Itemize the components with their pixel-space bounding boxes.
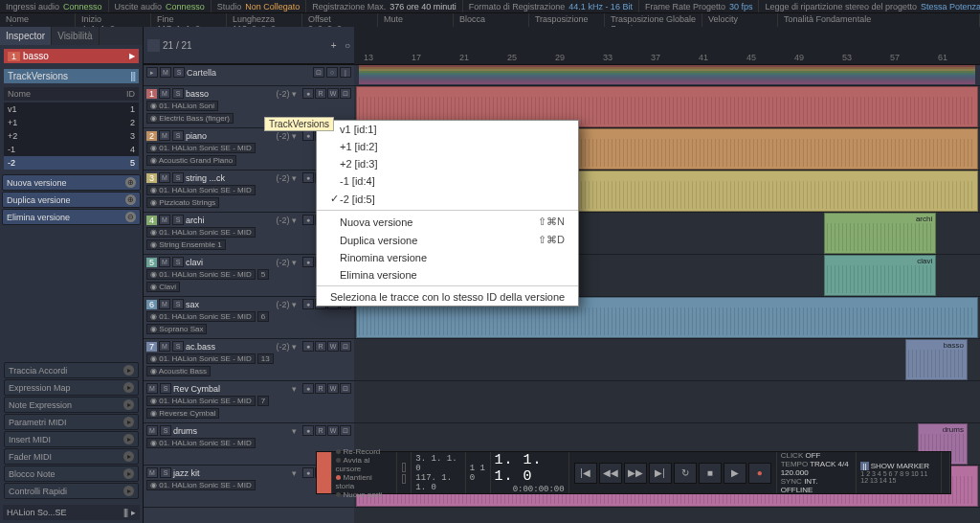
mute-button[interactable]: M — [146, 383, 158, 394]
lock-icon[interactable]: ⊡ — [340, 425, 351, 436]
version-row[interactable]: +12 — [4, 116, 139, 129]
version-row[interactable]: -25 — [4, 156, 139, 170]
tab-visibility[interactable]: Visibilità — [52, 27, 100, 45]
menu-item[interactable]: Elimina versione — [317, 266, 578, 284]
mute-button[interactable]: M — [159, 257, 170, 267]
record-mode-option[interactable]: Nuove parti — [336, 490, 392, 499]
record-enable[interactable]: ● — [302, 299, 314, 309]
inspector-section[interactable]: Parametri MIDI▸ — [4, 414, 139, 430]
record-mode-option[interactable]: Mantieni storia — [336, 473, 392, 490]
track-lane[interactable] — [354, 381, 980, 423]
menu-item-select-same-id[interactable]: Seleziona le tracce con lo stesso ID del… — [317, 288, 578, 306]
read-button[interactable]: R — [315, 383, 326, 394]
menu-item-version[interactable]: ✓-2 [id:5] — [317, 190, 578, 208]
time-ruler[interactable]: 13172125293337414549535761 — [354, 27, 980, 64]
instrument-slot[interactable]: HALion So...SE ||| ▸ — [3, 505, 140, 520]
write-button[interactable]: W — [327, 383, 339, 394]
solo-button[interactable]: S — [172, 257, 184, 267]
solo-button[interactable]: S — [172, 215, 184, 225]
midi-clip[interactable]: clavi — [824, 255, 937, 296]
record-enable[interactable]: ● — [302, 257, 314, 267]
midi-clip[interactable]: archi — [824, 213, 937, 254]
track-list-tabs[interactable]: 21 / 21 + ○ — [144, 27, 354, 64]
record-enable[interactable]: ● — [302, 425, 314, 436]
inspector-section[interactable]: Controlli Rapidi▸ — [4, 483, 139, 499]
record-enable[interactable]: ● — [302, 341, 314, 352]
lock-icon[interactable]: ⊡ — [340, 88, 351, 99]
midi-clip[interactable]: basso — [905, 339, 968, 380]
selected-track-name: basso — [23, 51, 49, 61]
goto-end-button[interactable]: ▶| — [649, 463, 672, 484]
mute-button[interactable]: M — [146, 425, 158, 436]
record-enable[interactable]: ● — [302, 467, 314, 478]
loop-toggle[interactable] — [397, 452, 412, 493]
stop-button[interactable]: ■ — [699, 463, 722, 484]
mute-button[interactable]: M — [159, 299, 170, 309]
mute-button[interactable]: M — [159, 130, 170, 141]
version-row[interactable]: -14 — [4, 143, 139, 156]
solo-button[interactable]: S — [172, 341, 184, 352]
read-button[interactable]: R — [315, 88, 326, 99]
mute-button[interactable]: M — [159, 215, 170, 225]
selected-track-header[interactable]: 1 basso ▶ — [4, 49, 139, 63]
lock-icon[interactable]: ⊡ — [340, 383, 351, 394]
write-button[interactable]: W — [327, 425, 339, 436]
mute-button[interactable]: M — [159, 172, 170, 183]
solo-button[interactable]: S — [172, 172, 184, 183]
lock-icon[interactable]: ⊡ — [340, 341, 351, 352]
version-row[interactable]: +23 — [4, 129, 139, 143]
goto-start-button[interactable]: |◀ — [574, 463, 597, 484]
version-action[interactable]: Duplica versione⊕ — [2, 192, 141, 208]
solo-button[interactable]: S — [160, 425, 171, 436]
track-header[interactable]: 7MSac.bass(-2) ▾●RW⊡◉ 01. HALion Sonic S… — [144, 339, 354, 380]
mute-button[interactable]: M — [159, 341, 170, 352]
version-row[interactable]: v11 — [4, 102, 139, 116]
version-action[interactable]: Nuova versione⊕ — [2, 174, 141, 191]
trackversions-section[interactable]: TrackVersions ||| — [4, 69, 139, 83]
inspector-section[interactable]: Expression Map▸ — [4, 379, 139, 396]
record-mode-option[interactable]: Avvia al cursore — [336, 456, 392, 473]
mute-button[interactable]: M — [159, 88, 170, 99]
write-button[interactable]: W — [327, 88, 339, 99]
record-enable[interactable]: ● — [302, 215, 314, 225]
folder-collapse-icon[interactable]: ▸ — [146, 67, 158, 78]
menu-item-version[interactable]: v1 [id:1] — [317, 121, 578, 138]
version-action[interactable]: Elimina versione⊖ — [2, 209, 141, 225]
record-enable[interactable]: ● — [302, 172, 314, 183]
menu-item[interactable]: Nuova versione⇧⌘N — [317, 213, 578, 231]
forward-button[interactable]: ▶▶ — [624, 463, 647, 484]
record-enable[interactable]: ● — [302, 88, 314, 99]
solo-button[interactable]: S — [172, 299, 184, 309]
menu-item[interactable]: Duplica versione⇧⌘D — [317, 231, 578, 249]
track-lane[interactable]: basso — [354, 339, 980, 381]
solo-button[interactable]: S — [160, 467, 171, 478]
read-button[interactable]: R — [315, 341, 326, 352]
solo-button[interactable]: S — [172, 130, 184, 141]
solo-button[interactable]: S — [172, 88, 184, 99]
track-header[interactable]: MSRev Cymbal ▾●RW⊡◉ 01. HALion Sonic SE … — [144, 381, 354, 422]
menu-item-version[interactable]: +2 [id:3] — [317, 155, 578, 172]
inspector-section[interactable]: Traccia Accordi▸ — [4, 362, 139, 378]
inspector-section[interactable]: Fader MIDI▸ — [4, 448, 139, 465]
inspector-section[interactable]: Insert MIDI▸ — [4, 431, 139, 447]
solo-button[interactable]: S — [160, 383, 171, 394]
menu-item[interactable]: Rinomina versione — [317, 249, 578, 266]
record-button[interactable]: ● — [748, 463, 771, 484]
tab-inspector[interactable]: Inspector — [0, 27, 52, 45]
record-mode-option[interactable]: Re-Record — [336, 447, 392, 456]
play-button[interactable]: ▶ — [724, 463, 746, 484]
event-info-bar: Nomepiano Inizio4. 1. 1. 0 Fine117. 1. 1… — [0, 13, 980, 27]
read-button[interactable]: R — [315, 425, 326, 436]
record-enable[interactable]: ● — [302, 130, 314, 141]
inspector-section[interactable]: Note Expression▸ — [4, 397, 139, 413]
rewind-button[interactable]: ◀◀ — [599, 463, 622, 484]
inspector-panel: Inspector Visibilità 1 basso ▶ TrackVers… — [0, 27, 144, 523]
cycle-button[interactable]: ↻ — [674, 463, 697, 484]
record-enable[interactable]: ● — [302, 383, 314, 394]
mute-button[interactable]: M — [146, 467, 158, 478]
menu-item-version[interactable]: +1 [id:2] — [317, 138, 578, 155]
inspector-section[interactable]: Blocco Note▸ — [4, 466, 139, 482]
primary-time-display[interactable]: 1. 1. 1. 0 — [495, 452, 565, 485]
menu-item-version[interactable]: -1 [id:4] — [317, 172, 578, 190]
write-button[interactable]: W — [327, 341, 339, 352]
